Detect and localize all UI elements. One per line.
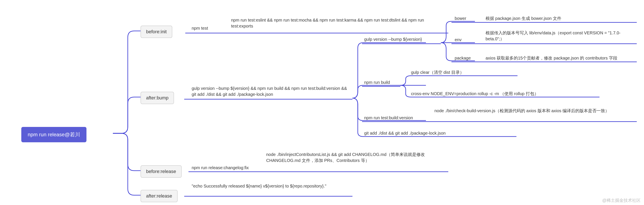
after-bump-label: after:bump	[146, 95, 168, 100]
watermark: @稀土掘金技术社区	[602, 197, 640, 203]
watermark-text: @稀土掘金技术社区	[602, 198, 640, 203]
gulp-version: gulp version --bump ${version}	[364, 36, 422, 42]
git-add: git add ./dist && git add ./package-lock…	[364, 130, 446, 136]
stage-before-init: before:init	[140, 26, 172, 38]
mindmap-root: npm run release@若川	[21, 127, 86, 142]
env-label: env	[455, 37, 462, 43]
npm-test-label: npm test	[192, 25, 208, 31]
after-release-label: after:release	[146, 193, 172, 198]
npm-test-detail: npm run test:eslint && npm run test:moch…	[231, 17, 446, 29]
before-release-label: before:release	[146, 169, 176, 174]
build-rollup: cross-env NODE_ENV=production rollup -c …	[411, 91, 538, 97]
before-init-label: before:init	[146, 29, 167, 34]
after-release-cmd: "echo Successfully released ${name} v${v…	[192, 183, 341, 189]
after-bump-cmd: gulp version --bump ${version} && npm ru…	[192, 85, 352, 97]
package-label: package	[455, 55, 471, 61]
stage-after-release: after:release	[140, 190, 178, 202]
release-changelog: npm run release:changelog:fix	[192, 165, 249, 171]
root-label: npm run release@若川	[28, 132, 80, 137]
stage-after-bump: after:bump	[140, 92, 174, 104]
npm-run-build: npm run build	[364, 79, 390, 85]
release-changelog-desc: node ./bin/injectContributorsList.js && …	[266, 151, 447, 163]
test-build-version-desc: node ./bin/check-build-version.js（检测源代码的…	[434, 108, 637, 114]
package-desc: axios 获取最多的15个贡献者，修改 package.json 的 cont…	[486, 55, 618, 61]
build-clear: gulp clear（清空 dist 目录）	[411, 69, 464, 75]
test-build-version: npm run test:build:version	[364, 115, 413, 121]
stage-before-release: before:release	[140, 165, 182, 178]
env-desc: 根据传入的版本号写入 lib/env/data.js（export const …	[486, 30, 637, 42]
bower-label: bower	[455, 15, 466, 21]
bower-desc: 根据 package.json 生成 bower.json 文件	[486, 15, 561, 21]
